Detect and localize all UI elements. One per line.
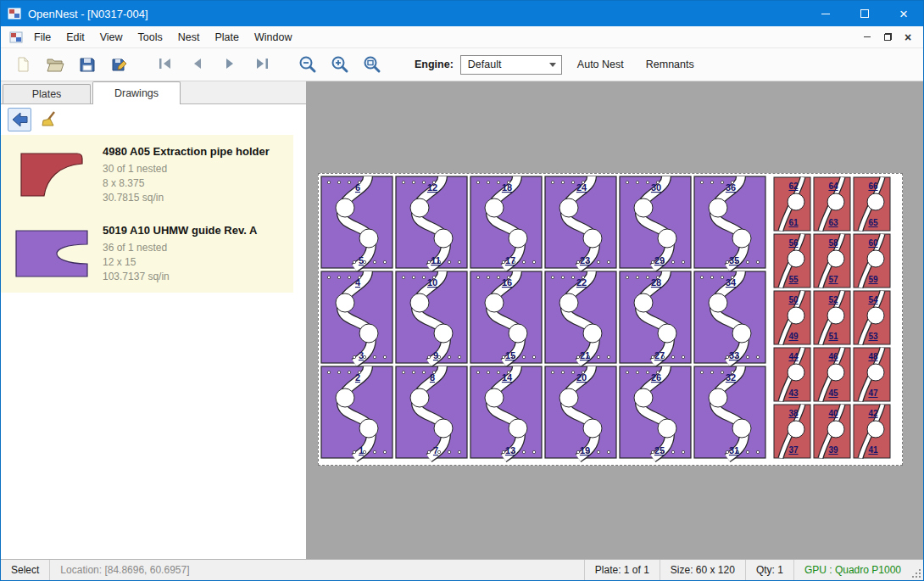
nav-next-icon xyxy=(220,54,240,75)
document-icon[interactable] xyxy=(9,31,23,44)
engine-select[interactable]: Default xyxy=(460,55,562,75)
auto-nest-button[interactable]: Auto Nest xyxy=(571,53,631,75)
statusbar: Select Location: [84.8696, 60.6957] Plat… xyxy=(1,559,923,580)
red-pair[interactable]: 4241 xyxy=(854,405,890,458)
clean-button[interactable] xyxy=(38,108,62,131)
purple-pair[interactable]: 109 xyxy=(396,271,467,363)
purple-pair[interactable]: 21 xyxy=(321,366,392,458)
open-button[interactable] xyxy=(42,52,69,77)
purple-pair[interactable]: 1615 xyxy=(470,271,542,363)
red-pair[interactable]: 6059 xyxy=(854,234,890,288)
mdi-minimize-button[interactable] xyxy=(857,29,877,46)
svg-text:18: 18 xyxy=(502,182,512,193)
mdi-close-button[interactable]: × xyxy=(898,29,918,46)
purple-pair[interactable]: 2019 xyxy=(545,366,616,458)
menu-item-edit[interactable]: Edit xyxy=(58,28,92,47)
svg-text:58: 58 xyxy=(828,238,838,248)
close-icon: × xyxy=(899,7,908,21)
svg-text:11: 11 xyxy=(431,255,441,265)
app-icon xyxy=(8,7,21,20)
red-pair[interactable]: 6463 xyxy=(814,177,850,231)
purple-pair[interactable]: 3231 xyxy=(694,366,765,458)
nav-last-button[interactable] xyxy=(248,52,276,77)
drawing-item-1[interactable]: 4980 A05 Extraction pipe holder 30 of 1 … xyxy=(1,135,293,214)
svg-text:44: 44 xyxy=(788,352,799,361)
purple-pair[interactable]: 87 xyxy=(396,366,467,458)
zoom-in-button[interactable] xyxy=(326,52,353,77)
red-pair[interactable]: 5049 xyxy=(774,291,810,344)
plate[interactable]: 6543211211109871817161514132423222120193… xyxy=(318,173,903,466)
purple-pair[interactable]: 65 xyxy=(321,176,392,268)
nav-last-icon xyxy=(252,54,272,75)
red-pair[interactable]: 5453 xyxy=(854,291,890,344)
zoom-out-button[interactable] xyxy=(294,52,321,77)
svg-text:62: 62 xyxy=(788,182,799,191)
purple-pair[interactable]: 43 xyxy=(321,271,392,363)
menu-item-nest[interactable]: Nest xyxy=(170,28,208,47)
save-button[interactable] xyxy=(74,52,101,77)
zoom-fit-button[interactable] xyxy=(359,52,386,77)
svg-text:61: 61 xyxy=(788,218,799,227)
purple-pair[interactable]: 2827 xyxy=(620,271,691,363)
maximize-button[interactable] xyxy=(845,1,884,26)
part-thumbnail-red xyxy=(18,150,86,199)
purple-pair[interactable]: 1211 xyxy=(396,176,467,268)
red-pair[interactable]: 4645 xyxy=(814,348,850,401)
red-pair[interactable]: 3837 xyxy=(774,405,810,458)
menu-item-plate[interactable]: Plate xyxy=(207,28,247,47)
nav-first-button[interactable] xyxy=(152,52,179,77)
engine-label: Engine: xyxy=(415,59,454,70)
svg-text:40: 40 xyxy=(828,409,838,418)
menu-item-file[interactable]: File xyxy=(26,28,58,47)
tab-drawings[interactable]: Drawings xyxy=(92,81,181,104)
drawing-area: 103.7137 sq/in xyxy=(103,270,257,284)
svg-text:20: 20 xyxy=(576,372,587,383)
sidebar: Plates Drawings xyxy=(1,81,306,559)
drawing-size: 12 x 15 xyxy=(103,255,257,270)
import-button[interactable] xyxy=(8,108,31,131)
tab-plates[interactable]: Plates xyxy=(3,84,91,103)
purple-pair[interactable]: 2423 xyxy=(545,176,616,268)
purple-pair[interactable]: 3635 xyxy=(694,176,765,268)
drawing-size: 8 x 8.375 xyxy=(103,176,270,191)
svg-text:24: 24 xyxy=(576,182,587,193)
nest-canvas[interactable]: 6543211211109871817161514132423222120193… xyxy=(306,81,923,559)
svg-text:34: 34 xyxy=(726,277,737,288)
close-button[interactable]: × xyxy=(884,1,923,26)
open-folder-icon xyxy=(46,55,64,74)
red-pair[interactable]: 4847 xyxy=(854,348,890,401)
minimize-button[interactable] xyxy=(806,1,845,26)
red-pair[interactable]: 4443 xyxy=(774,348,810,401)
svg-text:21: 21 xyxy=(580,350,590,360)
purple-pair[interactable]: 3029 xyxy=(620,176,691,268)
purple-pair[interactable]: 3433 xyxy=(694,271,765,363)
main-toolbar: Engine: Default Auto Nest Remnants xyxy=(1,48,923,81)
svg-text:10: 10 xyxy=(427,277,437,288)
menu-item-window[interactable]: Window xyxy=(247,28,299,47)
svg-text:6: 6 xyxy=(355,182,360,193)
nav-prev-button[interactable] xyxy=(184,52,211,77)
save-as-button[interactable] xyxy=(106,52,133,77)
resize-grip[interactable] xyxy=(911,560,923,580)
red-pair[interactable]: 5251 xyxy=(814,291,850,344)
new-button[interactable] xyxy=(9,52,36,77)
nav-next-button[interactable] xyxy=(216,52,243,77)
purple-pair[interactable]: 2625 xyxy=(620,366,691,458)
remnants-button[interactable]: Remnants xyxy=(639,53,701,75)
drawing-item-2[interactable]: 5019 A10 UHMW guide Rev. A 36 of 1 neste… xyxy=(1,214,293,293)
mdi-restore-button[interactable] xyxy=(877,29,898,46)
drawing-nested: 36 of 1 nested xyxy=(103,241,257,255)
svg-text:14: 14 xyxy=(502,372,513,383)
red-pair[interactable]: 4039 xyxy=(814,405,850,458)
red-pair[interactable]: 6261 xyxy=(774,177,810,231)
purple-pair[interactable]: 1413 xyxy=(470,366,542,458)
red-pair[interactable]: 5857 xyxy=(814,234,850,288)
mdi-minimize-icon xyxy=(864,36,871,37)
red-pair[interactable]: 6665 xyxy=(854,177,890,231)
red-pair[interactable]: 5655 xyxy=(774,234,810,288)
purple-pair[interactable]: 1817 xyxy=(470,176,542,268)
purple-pair[interactable]: 2221 xyxy=(545,271,616,363)
menu-item-tools[interactable]: Tools xyxy=(131,28,170,47)
menu-item-view[interactable]: View xyxy=(92,28,131,47)
svg-text:25: 25 xyxy=(654,445,665,455)
